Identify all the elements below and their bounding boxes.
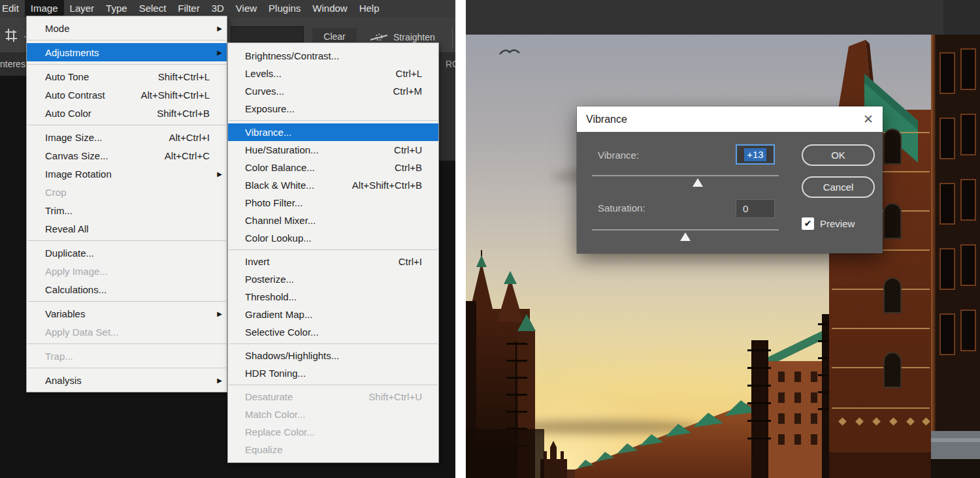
menu-item-label: Duplicate... [45,247,210,259]
menu-item-auto-tone[interactable]: Auto ToneShift+Ctrl+L [27,67,227,86]
menu-item-image-rotation[interactable]: Image Rotation▶ [27,165,227,183]
vibrance-slider-track[interactable] [592,175,779,176]
menu-item-calculations[interactable]: Calculations... [27,280,227,298]
saturation-slider-track[interactable] [592,229,779,231]
menu-item-duplicate[interactable]: Duplicate... [27,244,227,262]
menu-item-label: Vibrance... [245,127,422,138]
menu-separator [27,368,226,368]
crop-ratio-input[interactable] [231,26,304,44]
submenu-arrow-icon: ▶ [217,170,222,178]
menu-item-label: Curves... [245,86,385,97]
menu-item-adjustments[interactable]: Adjustments▶ [27,43,227,61]
cancel-button[interactable]: Cancel [802,176,875,198]
menu-item-auto-contrast[interactable]: Auto ContrastAlt+Shift+Ctrl+L [27,86,227,104]
menu-item-label: Apply Image... [45,266,210,277]
preview-checkbox[interactable]: ✔ [802,217,814,230]
menu-item-label: Threshold... [245,291,422,302]
crop-tool-icon[interactable] [4,29,18,43]
ok-button[interactable]: OK [802,144,875,166]
menu-item-reveal-all[interactable]: Reveal All [27,219,227,238]
menu-item-label: Image Rotation [45,168,210,180]
menu-item-auto-color[interactable]: Auto ColorShift+Ctrl+B [27,104,227,122]
menu-item-label: Apply Data Set... [45,327,210,338]
menu-item-label: Color Balance... [245,162,387,173]
menubar-item-view[interactable]: View [230,0,263,17]
menu-item-shortcut: Alt+Ctrl+I [169,132,210,143]
photoshop-chrome-bar-end [943,0,980,35]
menu-item-analysis[interactable]: Analysis▶ [27,371,227,389]
menu-item-variables[interactable]: Variables▶ [27,304,227,323]
menubar-item-type[interactable]: Type [100,0,133,17]
menu-item-channel-mixer[interactable]: Channel Mixer... [228,212,438,229]
menu-item-trap: Trap... [27,347,227,365]
menu-item-posterize[interactable]: Posterize... [228,270,438,288]
menubar-item-layer[interactable]: Layer [64,0,101,17]
menu-separator [229,249,438,250]
menu-separator [27,301,226,302]
photo-canvas [466,35,980,478]
menu-item-hue-saturation[interactable]: Hue/Saturation...Ctrl+U [228,141,438,159]
screenshot-divider [455,0,466,478]
menu-item-crop: Crop [27,183,227,201]
menu-item-trim[interactable]: Trim... [27,201,227,219]
menu-item-color-lookup[interactable]: Color Lookup... [228,229,438,247]
menu-item-selective-color[interactable]: Selective Color... [228,323,438,341]
vibrance-dialog: Vibrance ✕ Vibrance: +13 OK Saturation: … [577,106,883,253]
menu-item-exposure[interactable]: Exposure... [228,100,438,118]
menu-item-label: Canvas Size... [45,150,157,161]
image-menu-dropdown: Mode▶Adjustments▶Auto ToneShift+Ctrl+LAu… [26,16,227,392]
menubar-item-filter[interactable]: Filter [172,0,205,17]
menu-item-label: Channel Mixer... [245,215,422,226]
menu-item-label: Invert [245,256,391,267]
menu-separator [229,120,438,121]
menubar-item-select[interactable]: Select [133,0,172,17]
menu-item-brightness-contrast[interactable]: Brightness/Contrast... [228,47,438,65]
menu-item-threshold[interactable]: Threshold... [228,288,438,306]
menu-item-label: Equalize [245,444,422,455]
menu-item-label: HDR Toning... [245,368,422,379]
menu-item-label: Replace Color... [245,426,422,438]
menu-item-label: Shadows/Highlights... [245,350,422,361]
menu-item-shadows-highlights[interactable]: Shadows/Highlights... [228,347,438,364]
menu-item-mode[interactable]: Mode▶ [27,19,227,37]
menu-item-label: Mode [45,23,210,34]
dialog-title-bar[interactable]: Vibrance ✕ [577,106,883,132]
menu-separator [27,40,226,40]
vibrance-field-label: Vibrance: [598,150,639,161]
menubar-item-plugins[interactable]: Plugins [263,0,306,17]
menu-item-hdr-toning[interactable]: HDR Toning... [228,364,438,382]
menu-item-vibrance[interactable]: Vibrance... [228,123,438,141]
menu-item-black-white[interactable]: Black & White...Alt+Shift+Ctrl+B [228,176,438,194]
menu-item-image-size[interactable]: Image Size...Alt+Ctrl+I [27,128,227,146]
menu-item-shortcut: Alt+Shift+Ctrl+L [141,89,210,101]
vibrance-value-selected-text: +13 [744,148,766,161]
saturation-value-input[interactable]: 0 [736,199,775,218]
saturation-slider-thumb[interactable] [680,232,691,241]
menubar-item-window[interactable]: Window [306,0,353,17]
vibrance-slider-thumb[interactable] [693,178,703,187]
menu-item-apply-data-set: Apply Data Set... [27,323,227,341]
menubar-item-edit[interactable]: Edit [0,0,25,17]
menu-item-levels[interactable]: Levels...Ctrl+L [228,65,438,82]
menu-separator [27,64,226,65]
menu-item-color-balance[interactable]: Color Balance...Ctrl+B [228,159,438,176]
menu-item-gradient-map[interactable]: Gradient Map... [228,306,438,323]
menu-item-curves[interactable]: Curves...Ctrl+M [228,82,438,100]
menu-item-canvas-size[interactable]: Canvas Size...Alt+Ctrl+C [27,146,227,165]
menu-item-invert[interactable]: InvertCtrl+I [228,253,438,270]
menu-item-label: Trim... [45,205,210,216]
document-tab-label-partial[interactable]: nteres [0,59,25,69]
vibrance-value-input[interactable]: +13 [736,144,775,165]
menu-item-shortcut: Alt+Ctrl+C [165,150,210,161]
menubar-item-help[interactable]: Help [353,0,385,17]
menubar-item-image[interactable]: Image [25,0,64,17]
saturation-field-label: Saturation: [598,202,645,214]
preview-label: Preview [820,218,855,229]
menubar-item-3d[interactable]: 3D [206,0,230,17]
close-icon[interactable]: ✕ [863,113,874,125]
menu-item-label: Trap... [45,351,210,362]
menu-item-photo-filter[interactable]: Photo Filter... [228,194,438,212]
menu-item-shortcut: Shift+Ctrl+U [368,391,422,402]
menu-item-match-color: Match Color... [228,406,438,423]
menu-item-label: Brightness/Contrast... [245,50,422,61]
